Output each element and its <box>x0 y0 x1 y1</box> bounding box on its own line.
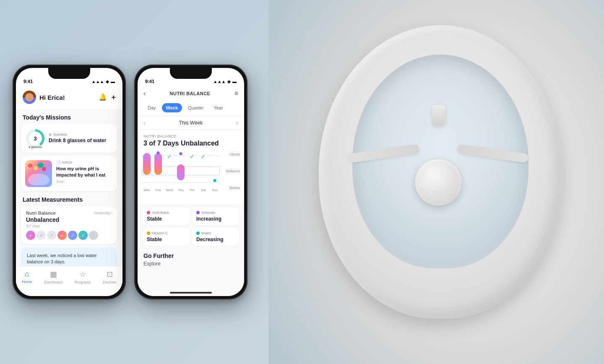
bell-icon[interactable]: 🔔 <box>99 93 107 102</box>
chart-col-sun: Sun <box>210 152 220 192</box>
toilet-hinge <box>432 105 445 126</box>
mission-card[interactable]: 3 8 glasses ⊕ Nutrition Drink 8 glasses … <box>21 124 117 153</box>
chart-col-mon: Mon <box>142 152 152 192</box>
ketones-dot <box>196 211 200 214</box>
menu-button[interactable]: ≡ <box>234 90 238 97</box>
measure-date: Yesterday › <box>94 211 112 215</box>
phone-2-content: ‹ NUTRI BALANCE ≡ Day Week Quarter Year … <box>138 86 244 296</box>
label-balance: Balance <box>221 169 240 173</box>
ketones-label: Ketones <box>196 211 235 215</box>
pill-mon <box>143 153 151 175</box>
day-label-tue: Tue <box>155 188 161 192</box>
wifi-icon: ◈ <box>106 79 109 84</box>
dashboard-icon: ▦ <box>50 270 57 279</box>
toilet-area <box>268 0 604 364</box>
nav-dashboard-label: Dashboard <box>44 280 62 284</box>
programs-icon: ☆ <box>79 270 86 279</box>
phones-container: 9:41 ▲▲▲ ◈ ▬ Hi Erica! <box>13 65 247 299</box>
dot-6: ✓ <box>78 231 88 240</box>
tab-year[interactable]: Year <box>209 103 227 112</box>
mission-category: ⊕ Nutrition <box>49 133 112 137</box>
header-icons: 🔔 + <box>99 93 116 102</box>
nav-programs[interactable]: ☆ Programs <box>75 270 91 284</box>
water-label: Water <box>196 231 235 235</box>
bottom-navigation: ⌂ Home ▦ Dashboard ☆ Programs ⊡ Devices <box>16 266 122 296</box>
home-icon: ⌂ <box>25 270 29 278</box>
add-icon[interactable]: + <box>111 93 116 102</box>
article-card[interactable]: 📄 Article How my urine pH is impacted by… <box>21 156 117 191</box>
day-label-wed: Wed <box>166 188 173 192</box>
go-further-section: Go Further Explore <box>138 249 244 268</box>
document-icon: 📄 <box>56 160 61 164</box>
status-card-vitamin-c[interactable]: Vitamin C Stable <box>143 228 190 246</box>
go-further-title: Go Further <box>143 252 238 259</box>
nav-home[interactable]: ⌂ Home <box>22 270 32 284</box>
time-period-tabs: Day Week Quarter Year <box>138 101 244 116</box>
phone-2-time: 9:41 <box>145 79 154 84</box>
phone-1-screen: 9:41 ▲▲▲ ◈ ▬ Hi Erica! <box>16 68 122 296</box>
chart-col-tue: Tue <box>153 152 163 192</box>
vitamin-c-value: Stable <box>147 237 185 242</box>
tab-week[interactable]: Week <box>162 103 182 112</box>
status-card-water[interactable]: Water Decreasing <box>192 228 239 246</box>
nav-programs-label: Programs <box>75 280 91 284</box>
check-wed: ✓ <box>167 153 172 160</box>
greeting-text: Hi Erica! <box>39 94 65 101</box>
user-avatar[interactable] <box>23 91 36 104</box>
article-tag: 📄 Article <box>56 160 113 164</box>
balance-section-label: NUTRI BALANCE <box>143 134 238 138</box>
nutri-balance-topbar: ‹ NUTRI BALANCE ≡ <box>138 86 244 101</box>
status-grid: Acid-Base Stable Ketones Increasing <box>138 204 244 249</box>
mission-count: 3 <box>29 132 42 145</box>
missions-title: Today's Missions <box>16 109 122 124</box>
explore-label[interactable]: Explore <box>143 261 238 267</box>
chevron-icon: › <box>111 211 112 215</box>
dot-2: ✓ <box>36 231 46 240</box>
status-card-acid-base[interactable]: Acid-Base Stable <box>143 207 190 225</box>
phone-1-notch <box>48 68 90 79</box>
article-read-time: 5min <box>56 179 113 184</box>
measurement-card[interactable]: Nutri Balance Yesterday › Unbalanced 3/7… <box>21 206 117 244</box>
acid-base-label: Acid-Base <box>147 211 185 215</box>
phone-1-content: Hi Erica! 🔔 + Today's Missions 3 <box>16 86 122 296</box>
dot-thu-above <box>180 152 182 155</box>
vitamin-c-label: Vitamin C <box>147 231 185 235</box>
phone-1: 9:41 ▲▲▲ ◈ ▬ Hi Erica! <box>13 65 126 299</box>
article-info: 📄 Article How my urine pH is impacted by… <box>56 160 113 184</box>
phone-2-status-icons: ▲▲▲ ◈ ▬ <box>213 79 237 84</box>
chart-col-wed: ✓ Wed <box>164 152 174 192</box>
avatar-face <box>25 93 34 101</box>
phone-2-notch <box>170 68 212 79</box>
nav-devices[interactable]: ⊡ Devices <box>103 270 117 284</box>
next-week-button[interactable]: › <box>236 120 238 126</box>
back-button[interactable]: ‹ <box>143 90 146 97</box>
check-sat: ✓ <box>201 153 206 160</box>
pill-thu <box>177 164 185 180</box>
battery-icon-2: ▬ <box>232 79 237 84</box>
day-label-mon: Mon <box>143 188 150 192</box>
water-value: Decreasing <box>196 237 235 242</box>
pill-tue <box>154 153 162 175</box>
screen-title: NUTRI BALANCE <box>170 91 211 96</box>
tab-quarter[interactable]: Quarter <box>184 103 208 112</box>
dot-3: ✓ <box>47 231 56 240</box>
label-below: Below <box>221 186 240 190</box>
status-card-ketones[interactable]: Ketones Increasing <box>192 207 239 225</box>
acid-base-value: Stable <box>147 216 185 222</box>
measurements-title: Latest Measurements <box>16 195 122 206</box>
label-above: Above <box>221 152 240 156</box>
dot-sun-below <box>213 179 216 182</box>
chart-area: Mon Tue ✓ <box>138 149 244 204</box>
article-title: How my urine pH is impacted by what I ea… <box>56 166 113 178</box>
dot-tue-above <box>157 151 160 154</box>
day-label-sat: Sat <box>201 188 206 192</box>
prev-week-button[interactable]: ‹ <box>143 120 146 126</box>
measure-dots: ✓ ✓ ✓ ✓ ✓ ✓ <box>26 231 112 240</box>
tab-day[interactable]: Day <box>143 103 160 112</box>
nav-dashboard[interactable]: ▦ Dashboard <box>44 270 62 284</box>
day-label-sun: Sun <box>212 188 218 192</box>
signal-icon-2: ▲▲▲ <box>213 79 226 84</box>
home-indicator <box>170 292 212 294</box>
dot-5: ✓ <box>68 231 77 240</box>
ketones-value: Increasing <box>196 216 235 222</box>
